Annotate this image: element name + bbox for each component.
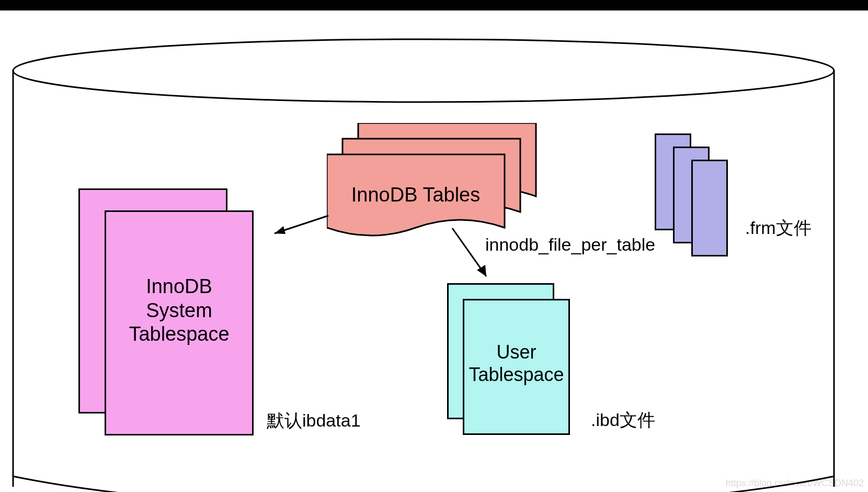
arrow-to-system-tablespace [267,211,335,243]
svg-point-0 [13,39,834,102]
svg-marker-4 [477,265,486,276]
svg-marker-2 [275,226,285,234]
watermark: https://blog.csdn.net/WCSDN402 [726,478,864,489]
frm-file-card-3 [691,160,728,256]
user-tablespace-label: User Tablespace [463,341,570,386]
user-tablespace-caption: .ibd文件 [591,409,655,431]
system-tablespace-label: InnoDB System Tablespace [105,275,254,346]
arrow-to-user-tablespace [444,224,507,287]
innodb-tables-label: InnoDB Tables [327,183,505,207]
frm-label: .frm文件 [745,217,812,239]
option-label: innodb_file_per_table [485,234,655,255]
system-tablespace-caption: 默认ibdata1 [267,410,361,431]
